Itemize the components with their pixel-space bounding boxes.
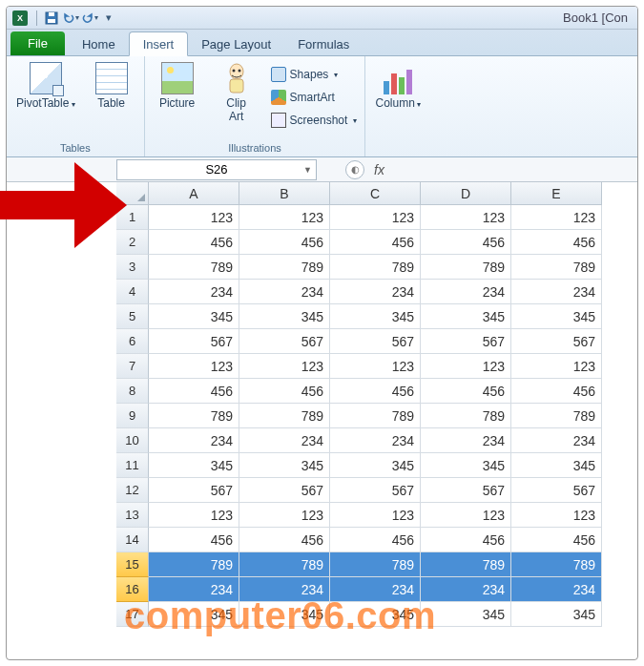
- cell[interactable]: 567: [511, 329, 602, 354]
- row-header[interactable]: 17: [116, 602, 149, 627]
- cell[interactable]: 456: [330, 379, 421, 404]
- cell[interactable]: 234: [239, 577, 330, 602]
- col-header[interactable]: D: [421, 182, 511, 205]
- row-header[interactable]: 12: [116, 478, 149, 503]
- cell[interactable]: 234: [330, 577, 421, 602]
- cell[interactable]: 567: [239, 329, 330, 354]
- tab-home[interactable]: Home: [69, 32, 129, 55]
- cell[interactable]: 789: [330, 404, 421, 428]
- cell[interactable]: 456: [330, 528, 421, 552]
- cell[interactable]: 345: [421, 304, 511, 329]
- table-button[interactable]: Table: [85, 60, 138, 112]
- chevron-down-icon[interactable]: ▼: [303, 165, 312, 175]
- cell[interactable]: 123: [511, 354, 602, 379]
- cell[interactable]: 345: [239, 453, 330, 478]
- cell[interactable]: 567: [330, 329, 421, 354]
- cell[interactable]: 456: [149, 230, 239, 255]
- cell[interactable]: 345: [239, 304, 330, 329]
- row-header[interactable]: 9: [116, 404, 149, 428]
- cell[interactable]: 345: [330, 453, 421, 478]
- row-header[interactable]: 4: [116, 280, 149, 304]
- cell[interactable]: 234: [511, 280, 602, 304]
- undo-icon[interactable]: [62, 10, 79, 27]
- qat-customize-icon[interactable]: ▾: [100, 10, 117, 27]
- shapes-button[interactable]: Shapes: [269, 64, 360, 85]
- pivottable-button[interactable]: PivotTable: [12, 60, 79, 112]
- excel-app-icon[interactable]: X: [12, 10, 28, 26]
- cell[interactable]: 234: [239, 280, 330, 304]
- cell[interactable]: 345: [511, 453, 602, 478]
- cell[interactable]: 789: [330, 552, 421, 577]
- cell[interactable]: 456: [239, 528, 330, 552]
- cell[interactable]: 345: [330, 602, 421, 627]
- col-header[interactable]: A: [149, 182, 239, 205]
- cell[interactable]: 123: [421, 205, 511, 230]
- cell[interactable]: 456: [239, 379, 330, 404]
- cell[interactable]: 123: [421, 354, 511, 379]
- cell[interactable]: 234: [421, 577, 511, 602]
- cell[interactable]: 789: [421, 552, 511, 577]
- row-header[interactable]: 7: [116, 354, 149, 379]
- cell[interactable]: 234: [511, 428, 602, 453]
- cell[interactable]: 123: [239, 503, 330, 528]
- cell[interactable]: 234: [421, 428, 511, 453]
- cell[interactable]: 456: [330, 230, 421, 255]
- col-header[interactable]: E: [511, 182, 602, 205]
- smartart-button[interactable]: SmartArt: [269, 87, 360, 108]
- tab-page-layout[interactable]: Page Layout: [188, 32, 284, 55]
- col-header[interactable]: B: [239, 182, 330, 205]
- cell[interactable]: 567: [149, 478, 239, 503]
- cell[interactable]: 123: [239, 205, 330, 230]
- cell[interactable]: 234: [239, 428, 330, 453]
- cell[interactable]: 234: [149, 428, 239, 453]
- row-header[interactable]: 13: [116, 503, 149, 528]
- cell[interactable]: 345: [149, 602, 239, 627]
- cell[interactable]: 789: [149, 404, 239, 428]
- cell[interactable]: 456: [149, 528, 239, 552]
- row-header[interactable]: 5: [116, 304, 149, 329]
- row-header[interactable]: 6: [116, 329, 149, 354]
- cell[interactable]: 456: [511, 379, 602, 404]
- cell[interactable]: 123: [511, 503, 602, 528]
- save-icon[interactable]: [43, 10, 60, 27]
- row-header[interactable]: 15: [116, 552, 149, 577]
- cell[interactable]: 456: [421, 230, 511, 255]
- picture-button[interactable]: Picture: [151, 60, 204, 112]
- cell[interactable]: 123: [149, 503, 239, 528]
- cell[interactable]: 345: [421, 602, 511, 627]
- tab-formulas[interactable]: Formulas: [284, 32, 363, 55]
- cell[interactable]: 234: [149, 280, 239, 304]
- cell[interactable]: 567: [511, 478, 602, 503]
- cell[interactable]: 567: [330, 478, 421, 503]
- cell[interactable]: 789: [149, 255, 239, 280]
- cell[interactable]: 345: [330, 304, 421, 329]
- cell[interactable]: 567: [149, 329, 239, 354]
- cell[interactable]: 789: [511, 255, 602, 280]
- cell[interactable]: 345: [149, 304, 239, 329]
- cell[interactable]: 234: [330, 428, 421, 453]
- cell[interactable]: 123: [511, 205, 602, 230]
- clipart-button[interactable]: Clip Art: [210, 60, 263, 125]
- cell[interactable]: 123: [330, 503, 421, 528]
- row-header[interactable]: 10: [116, 428, 149, 453]
- column-chart-button[interactable]: Column: [371, 60, 425, 112]
- cell[interactable]: 567: [239, 478, 330, 503]
- tab-insert[interactable]: Insert: [129, 31, 189, 56]
- tab-file[interactable]: File: [10, 31, 65, 55]
- cell[interactable]: 456: [511, 528, 602, 552]
- redo-icon[interactable]: [81, 10, 98, 27]
- cell[interactable]: 123: [421, 503, 511, 528]
- row-header[interactable]: 16: [116, 577, 149, 602]
- cell[interactable]: 789: [239, 552, 330, 577]
- fx-label[interactable]: fx: [374, 162, 384, 177]
- cell[interactable]: 234: [421, 280, 511, 304]
- row-header[interactable]: 14: [116, 528, 149, 552]
- cell[interactable]: 123: [149, 205, 239, 230]
- cell[interactable]: 567: [421, 329, 511, 354]
- cell[interactable]: 123: [239, 354, 330, 379]
- cell[interactable]: 456: [421, 379, 511, 404]
- cell[interactable]: 123: [149, 354, 239, 379]
- cell[interactable]: 789: [149, 552, 239, 577]
- cell[interactable]: 345: [149, 453, 239, 478]
- screenshot-button[interactable]: Screenshot: [269, 110, 360, 131]
